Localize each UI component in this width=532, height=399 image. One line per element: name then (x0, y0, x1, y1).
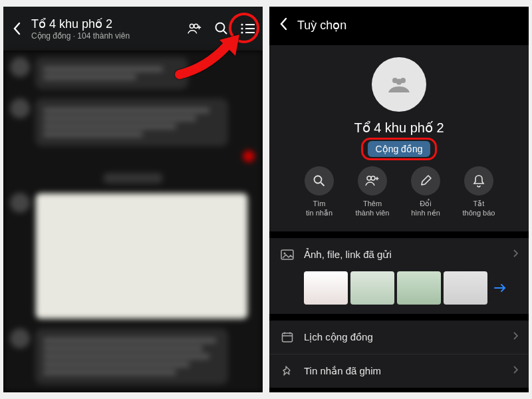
row-media-label: Ảnh, file, link đã gửi (304, 249, 503, 261)
bell-icon (464, 166, 493, 196)
svg-point-0 (190, 24, 194, 28)
row-pinned-label: Tin nhắn đã ghim (304, 365, 503, 377)
svg-rect-6 (245, 24, 255, 25)
add-member-icon[interactable] (187, 21, 203, 37)
chevron-right-icon (513, 249, 518, 261)
svg-point-2 (216, 23, 225, 32)
media-thumbnails (269, 271, 529, 314)
row-calendar-label: Lịch cộng đồng (304, 331, 503, 343)
chat-body-blurred (3, 51, 263, 392)
search-icon[interactable] (213, 21, 229, 37)
svg-rect-7 (245, 28, 255, 29)
more-section: Lịch cộng đồng Tin nhắn đã ghim (269, 321, 529, 388)
chat-title: Tổ 4 khu phố 2 (31, 17, 179, 31)
image-icon (280, 247, 295, 262)
right-phone-options: Tuỳ chọn Tổ 4 khu phố 2 Cộng đồng Tìm ti… (269, 7, 529, 392)
menu-list-icon[interactable] (240, 21, 256, 37)
thumbnails-more-arrow[interactable] (490, 271, 510, 305)
action-mute-notifications[interactable]: Tắt thông báo (452, 166, 505, 218)
action-change-background[interactable]: Đổi hình nền (399, 166, 452, 218)
action-mute-label: Tắt thông báo (463, 200, 495, 218)
chat-subtitle: Cộng đồng · 104 thành viên (31, 31, 179, 41)
chevron-right-icon (513, 365, 518, 377)
left-phone-chat: Tổ 4 khu phố 2 Cộng đồng · 104 thành viê… (3, 7, 263, 392)
svg-point-14 (371, 176, 375, 180)
svg-rect-17 (283, 333, 293, 342)
row-media[interactable]: Ảnh, file, link đã gửi (269, 238, 529, 271)
calendar-icon (280, 330, 295, 344)
svg-point-11 (396, 79, 402, 85)
brush-icon (411, 166, 440, 196)
svg-point-3 (241, 23, 243, 25)
search-icon (305, 166, 334, 196)
community-badge[interactable]: Cộng đồng (368, 141, 431, 157)
chevron-right-icon (513, 331, 518, 343)
chat-title-block[interactable]: Tổ 4 khu phố 2 Cộng đồng · 104 thành viê… (31, 17, 179, 41)
chat-toolbar (187, 21, 256, 37)
community-badge-label: Cộng đồng (376, 144, 423, 154)
add-member-icon (358, 166, 387, 196)
options-header: Tuỳ chọn (269, 7, 529, 44)
action-row: Tìm tin nhắn Thêm thành viên Đổi hình nề… (289, 157, 509, 221)
group-avatar-icon[interactable] (372, 57, 426, 112)
back-button[interactable] (279, 17, 288, 33)
svg-point-5 (241, 31, 243, 33)
svg-point-4 (241, 27, 243, 29)
thumbnail[interactable] (397, 271, 441, 305)
pin-icon (280, 364, 295, 378)
back-button[interactable] (10, 22, 23, 35)
group-info-card: Tổ 4 khu phố 2 Cộng đồng Tìm tin nhắn Th… (269, 45, 529, 231)
thumbnail[interactable] (444, 271, 487, 305)
svg-point-12 (315, 176, 322, 184)
group-name: Tổ 4 khu phố 2 (354, 120, 444, 136)
options-title: Tuỳ chọn (297, 18, 346, 33)
svg-point-13 (367, 176, 371, 180)
chat-header: Tổ 4 khu phố 2 Cộng đồng · 104 thành viê… (3, 7, 263, 51)
svg-point-16 (284, 252, 286, 254)
thumbnail[interactable] (350, 271, 394, 305)
media-section: Ảnh, file, link đã gửi (269, 238, 529, 314)
action-search[interactable]: Tìm tin nhắn (293, 166, 346, 218)
action-add-member[interactable]: Thêm thành viên (346, 166, 399, 218)
action-search-label: Tìm tin nhắn (306, 200, 332, 218)
row-pinned[interactable]: Tin nhắn đã ghim (269, 354, 529, 388)
row-calendar[interactable]: Lịch cộng đồng (269, 321, 529, 354)
action-change-bg-label: Đổi hình nền (411, 200, 440, 218)
svg-rect-8 (245, 32, 255, 33)
thumbnail[interactable] (304, 271, 348, 305)
action-add-member-label: Thêm thành viên (356, 200, 390, 218)
